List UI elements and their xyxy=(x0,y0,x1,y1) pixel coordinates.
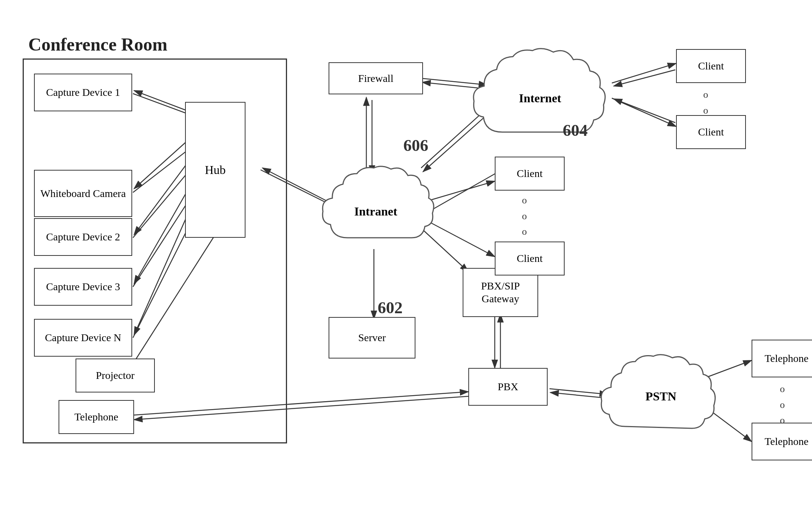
svg-line-22 xyxy=(431,223,495,257)
capture-device-1: Capture Device 1 xyxy=(34,74,132,111)
server: Server xyxy=(329,317,415,359)
client-internet-1: Client xyxy=(676,49,746,83)
label-606: 606 xyxy=(403,136,428,155)
pstn-cloud: PSTN xyxy=(597,351,725,442)
intranet-label: Intranet xyxy=(354,205,397,219)
telephone-pstn-2: Telephone xyxy=(752,423,812,460)
capture-device-2: Capture Device 2 xyxy=(34,218,132,256)
capture-device-n: Capture Device N xyxy=(34,319,132,357)
intranet-cloud: Intranet xyxy=(317,162,434,260)
hub: Hub xyxy=(185,102,245,238)
internet-cloud: Internet xyxy=(468,45,612,151)
pbx-sip-label: PBX/SIP Gateway xyxy=(465,280,536,305)
pstn-label: PSTN xyxy=(645,389,676,403)
client-internet-2: Client xyxy=(676,115,746,149)
capture-device-3: Capture Device 3 xyxy=(34,268,132,306)
label-602: 602 xyxy=(378,298,403,317)
telephone-pstn-1-label: Telephone xyxy=(764,352,808,365)
client-intranet-2: Client xyxy=(495,242,565,275)
svg-line-21 xyxy=(431,181,495,200)
whiteboard-camera: Whiteboard Camera xyxy=(34,170,132,217)
internet-label: Internet xyxy=(519,91,561,105)
telephone-room: Telephone xyxy=(59,400,134,434)
telephone-pstn-2-label: Telephone xyxy=(764,435,808,448)
svg-line-23 xyxy=(612,63,676,83)
pbx: PBX xyxy=(468,368,548,406)
label-604: 604 xyxy=(563,121,588,140)
svg-line-25 xyxy=(614,70,675,86)
projector: Projector xyxy=(76,359,155,392)
svg-line-29 xyxy=(432,172,499,209)
diagram: Conference Room Capture Device 1 Whitebo… xyxy=(0,0,812,514)
telephone-room-label: Telephone xyxy=(74,411,118,423)
firewall: Firewall xyxy=(329,62,423,94)
client-intranet-1: Client xyxy=(495,157,565,191)
svg-line-26 xyxy=(614,99,675,123)
svg-line-24 xyxy=(612,98,676,126)
dots-intranet-clients: ooo xyxy=(522,192,528,240)
dots-pstn-telephones: ooo xyxy=(780,381,786,428)
telephone-pstn-1: Telephone xyxy=(752,340,812,377)
conference-room-title: Conference Room xyxy=(28,34,167,55)
